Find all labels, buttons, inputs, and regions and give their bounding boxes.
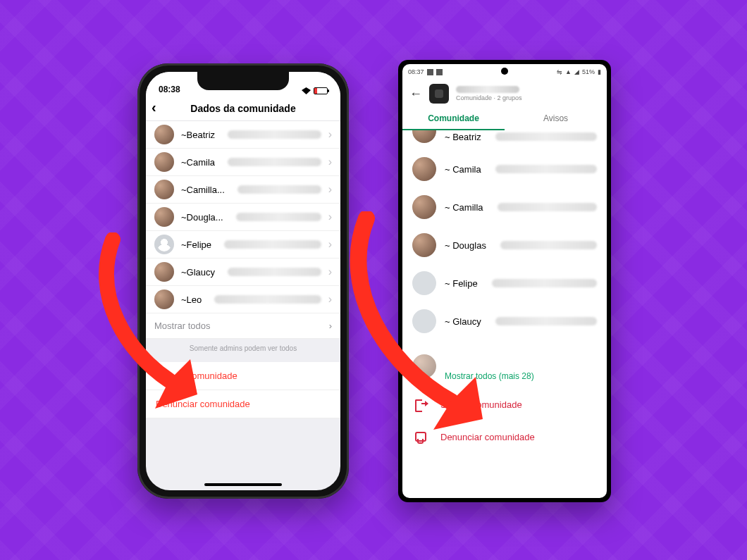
member-name: ~ Beatriz	[445, 132, 481, 142]
android-time: 08:37	[408, 68, 424, 75]
member-name: ~ Camilla	[445, 202, 483, 213]
avatar-placeholder-icon	[412, 309, 436, 333]
member-row[interactable]: ~Dougla... ›	[146, 204, 340, 231]
ios-time: 08:38	[159, 85, 180, 94]
ios-member-list: ~Beatriz › ~Camila › ~Camilla... › ~Doug…	[146, 121, 340, 339]
member-row[interactable]: ~Felipe ›	[146, 231, 340, 259]
member-name: ~Dougla...	[181, 212, 223, 223]
show-all-label: Mostrar todos	[154, 321, 210, 331]
notification-icon	[436, 69, 443, 75]
member-row[interactable]: ~ Glaucy	[402, 302, 607, 340]
member-row[interactable]: ~ Felipe	[402, 264, 607, 302]
avatar	[412, 130, 436, 143]
back-button[interactable]: ‹	[152, 100, 156, 114]
member-name: ~Camila	[181, 157, 215, 168]
iphone-device: 08:38 ‹ Dados da comunidade ~Beatriz › ~…	[137, 63, 349, 499]
blurred-status	[237, 185, 321, 194]
battery-text: 51%	[582, 68, 595, 75]
blurred-community-name	[456, 86, 519, 93]
exit-icon	[415, 398, 428, 411]
member-name: ~Camilla...	[181, 185, 225, 195]
blurred-status	[498, 203, 597, 211]
blurred-status	[500, 241, 597, 249]
avatar	[412, 354, 436, 378]
home-indicator[interactable]	[204, 483, 282, 486]
chevron-right-icon: ›	[328, 183, 332, 196]
back-button[interactable]: ←	[409, 87, 422, 101]
community-subtitle: Comunidade · 2 grupos	[456, 94, 522, 101]
avatar	[154, 262, 174, 282]
android-member-list: ~ Beatriz ~ Camila ~ Camilla ~ Douglas ~	[402, 130, 607, 498]
thumbs-down-icon	[415, 430, 428, 443]
battery-icon: ▮	[598, 68, 601, 75]
ios-header: ‹ Dados da comunidade	[146, 96, 340, 121]
member-row[interactable]: ~Beatriz ›	[146, 121, 340, 149]
avatar	[412, 157, 436, 181]
wifi-icon	[302, 87, 311, 94]
page-title: Dados da comunidade	[190, 103, 295, 114]
tabs: Comunidade Avisos	[402, 108, 607, 130]
member-name: ~Felipe	[181, 239, 211, 250]
leave-label: Sair da comunidade	[440, 399, 522, 410]
member-row[interactable]: ~Leo ›	[146, 286, 340, 313]
blurred-status	[492, 279, 597, 287]
chevron-right-icon: ›	[328, 128, 332, 141]
leave-community-button[interactable]: Sair da comunidade	[146, 362, 340, 390]
header-titles[interactable]: Comunidade · 2 grupos	[456, 86, 522, 101]
chevron-right-icon: ›	[329, 321, 332, 331]
avatar	[154, 207, 174, 227]
member-name: ~Beatriz	[181, 130, 215, 140]
member-row[interactable]: ~Camila ›	[146, 149, 340, 176]
blurred-status	[214, 295, 321, 304]
battery-low-icon	[314, 87, 328, 94]
report-community-button[interactable]: Denunciar comunidade	[402, 421, 607, 453]
avatar	[154, 290, 174, 309]
avatar	[412, 233, 436, 257]
avatar-placeholder-icon	[154, 235, 174, 254]
tab-community[interactable]: Comunidade	[402, 108, 505, 130]
android-device: 08:37 ⇋ ▲ ◢ 51% ▮ ← Comunidade · 2 grupo…	[398, 60, 611, 502]
member-row[interactable]: ~ Camilla	[402, 188, 607, 226]
chevron-right-icon: ›	[328, 211, 332, 223]
chevron-right-icon: ›	[328, 266, 332, 278]
avatar	[412, 195, 436, 219]
nfc-icon: ⇋	[557, 68, 562, 75]
blurred-status	[495, 132, 597, 141]
report-community-button[interactable]: Denunciar comunidade	[146, 390, 340, 418]
notification-icon	[427, 69, 433, 75]
member-row[interactable]: ~ Leo	[402, 340, 607, 371]
member-name: ~Leo	[181, 294, 202, 305]
blurred-status	[228, 130, 321, 139]
avatar	[154, 152, 174, 172]
avatar	[154, 125, 174, 144]
member-row[interactable]: ~ Camila	[402, 150, 607, 188]
camera-punch-hole	[501, 68, 508, 75]
iphone-notch	[197, 72, 289, 90]
iphone-screen: 08:38 ‹ Dados da comunidade ~Beatriz › ~…	[146, 72, 340, 490]
android-header: ← Comunidade · 2 grupos	[402, 80, 607, 108]
blurred-status	[495, 165, 597, 173]
member-name: ~ Camila	[445, 164, 481, 175]
member-row[interactable]: ~ Douglas	[402, 226, 607, 264]
leave-community-button[interactable]: Sair da comunidade	[402, 388, 607, 421]
blurred-status	[224, 240, 321, 249]
member-row[interactable]: ~Camilla... ›	[146, 176, 340, 204]
report-label: Denunciar comunidade	[440, 432, 535, 442]
member-name: ~ Felipe	[445, 278, 478, 289]
tab-notices[interactable]: Avisos	[505, 108, 607, 130]
signal-icon: ◢	[574, 68, 579, 75]
blurred-status	[228, 268, 321, 276]
chevron-right-icon: ›	[328, 156, 332, 168]
blurred-status	[495, 317, 597, 325]
show-all-button[interactable]: Mostrar todos ›	[146, 313, 340, 339]
chevron-right-icon: ›	[328, 293, 332, 306]
blurred-status	[236, 213, 321, 221]
member-name: ~Glaucy	[181, 267, 215, 278]
community-avatar-icon[interactable]	[429, 84, 449, 104]
member-row[interactable]: ~Glaucy ›	[146, 259, 340, 286]
ios-actions-block: Sair da comunidade Denunciar comunidade	[146, 362, 340, 418]
member-row[interactable]: ~ Beatriz	[402, 130, 607, 150]
wifi-icon: ▲	[565, 68, 572, 75]
member-name: ~ Glaucy	[445, 316, 481, 327]
admin-note: Somente admins podem ver todos	[146, 339, 340, 362]
